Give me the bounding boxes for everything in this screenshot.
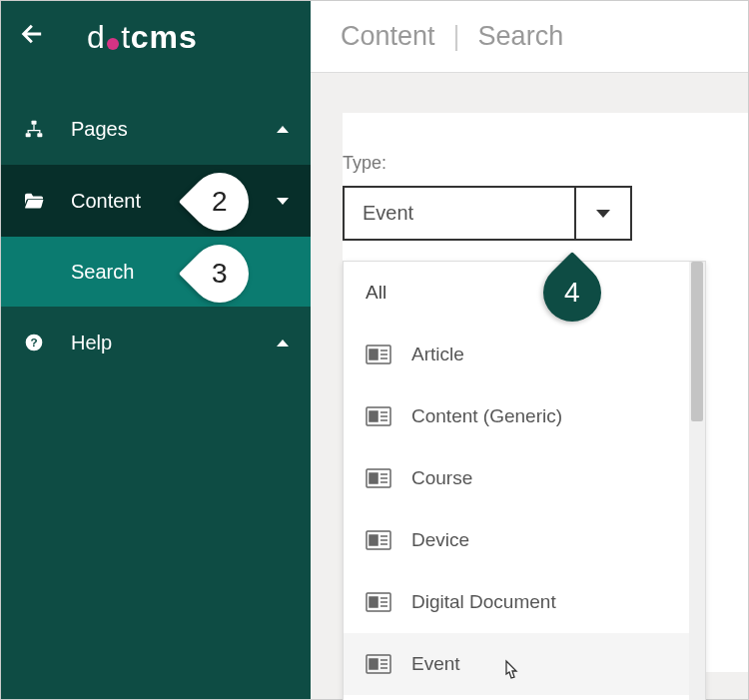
content-type-icon <box>366 345 391 364</box>
sidebar-item-label: Help <box>71 332 277 354</box>
folder-open-icon <box>23 190 45 212</box>
chevron-down-icon <box>596 210 610 218</box>
sidebar-header: dtcms <box>1 1 311 73</box>
sidebar-nav: Pages Content 2 Search 3 <box>1 93 311 378</box>
sidebar-item-pages[interactable]: Pages <box>1 93 311 165</box>
sidebar-item-label: Pages <box>71 118 277 141</box>
svg-rect-1 <box>26 133 31 137</box>
type-dropdown-caret[interactable] <box>574 188 630 239</box>
svg-rect-26 <box>370 597 377 607</box>
dropdown-option-label: All <box>366 282 386 304</box>
breadcrumb-divider: | <box>453 21 460 52</box>
type-label: Type: <box>343 153 748 174</box>
dropdown-option-digital-document[interactable]: Digital Document <box>344 571 689 633</box>
help-icon: ? <box>23 332 45 353</box>
dropdown-option-label: Content (Generic) <box>411 405 562 427</box>
sidebar-sub-search[interactable]: Search 3 <box>1 237 311 307</box>
step-badge-3: 3 <box>179 233 261 315</box>
breadcrumb-sub: Search <box>478 21 564 52</box>
dropdown-option-label: Device <box>411 529 469 551</box>
sidebar: dtcms Pages Content 2 <box>1 1 311 699</box>
dropdown-scrollbar[interactable] <box>689 262 705 700</box>
type-dropdown-menu: All Article Content (Generic) Course <box>343 261 706 700</box>
dropdown-option-all[interactable]: All <box>344 262 689 324</box>
chevron-down-icon <box>277 198 289 205</box>
logo-text-3: cms <box>131 19 198 56</box>
chevron-up-icon <box>277 126 289 133</box>
sidebar-sub-label: Search <box>71 261 134 284</box>
step-number: 2 <box>212 186 228 218</box>
breadcrumb-title: Content <box>341 21 435 52</box>
content-type-icon <box>366 468 391 488</box>
content-type-icon <box>366 530 391 550</box>
svg-rect-2 <box>37 133 42 137</box>
svg-rect-6 <box>370 350 377 359</box>
content-type-icon <box>366 406 391 426</box>
logo: dtcms <box>87 19 198 56</box>
chevron-up-icon <box>277 340 289 347</box>
back-arrow-icon[interactable] <box>19 20 47 55</box>
content-panel: Type: Event All Article <box>343 113 748 672</box>
step-number: 3 <box>212 258 228 290</box>
dropdown-option-course[interactable]: Course <box>344 447 689 509</box>
sitemap-icon <box>23 118 45 140</box>
dropdown-option-content-generic[interactable]: Content (Generic) <box>344 385 689 447</box>
dropdown-option-event[interactable]: Event 4 <box>344 633 689 695</box>
svg-rect-21 <box>370 535 377 545</box>
dropdown-option-article[interactable]: Article <box>344 324 689 385</box>
main-panel: Content | Search Type: Event All <box>311 1 748 699</box>
dropdown-option-label: Digital Document <box>411 591 556 613</box>
step-badge-2: 2 <box>179 161 261 243</box>
dropdown-option-device[interactable]: Device <box>344 509 689 571</box>
dropdown-option-label: Course <box>411 467 472 489</box>
svg-rect-0 <box>32 121 37 125</box>
svg-rect-16 <box>370 473 377 483</box>
type-dropdown-trigger[interactable]: Event <box>343 186 632 241</box>
scrollbar-thumb[interactable] <box>691 262 703 421</box>
content-type-icon <box>366 592 391 612</box>
app-root: dtcms Pages Content 2 <box>0 0 749 700</box>
dropdown-option-label: Event <box>411 653 460 675</box>
logo-dot-icon <box>107 38 119 50</box>
dropdown-option-label: Article <box>411 344 464 365</box>
svg-rect-31 <box>370 659 377 669</box>
sidebar-item-help[interactable]: ? Help <box>1 307 311 378</box>
sidebar-item-content[interactable]: Content 2 <box>1 165 311 237</box>
logo-text-1: d <box>87 19 105 56</box>
type-dropdown-list: All Article Content (Generic) Course <box>344 262 689 700</box>
type-selected-value: Event <box>345 188 574 239</box>
svg-rect-11 <box>370 411 377 421</box>
content-type-icon <box>366 654 391 674</box>
breadcrumb: Content | Search <box>311 1 748 73</box>
svg-text:?: ? <box>30 336 37 349</box>
step-number: 4 <box>564 277 580 309</box>
logo-text-2: t <box>121 19 130 56</box>
